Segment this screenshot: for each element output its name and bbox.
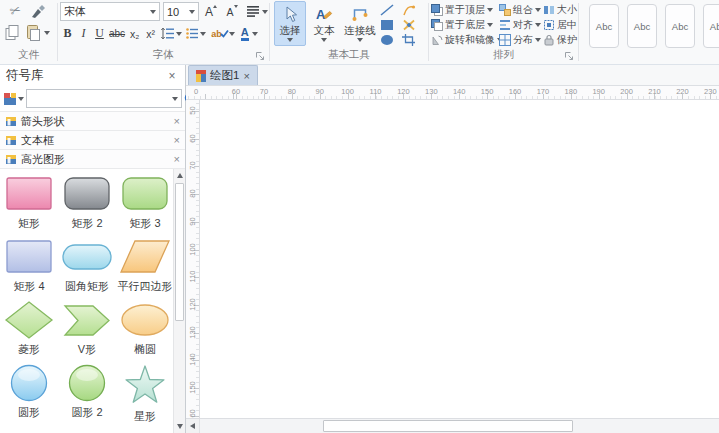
connector-tool-button[interactable]: 连接线	[340, 1, 380, 46]
section-close-button[interactable]: ×	[174, 153, 180, 165]
copy-button[interactable]	[2, 23, 22, 42]
h-ruler-label: 190	[592, 87, 605, 96]
arrange-button-align[interactable]: 对齐	[499, 17, 543, 32]
text-tool-button[interactable]: A 文本	[308, 1, 340, 46]
style-sample-button[interactable]: Abc	[703, 4, 719, 48]
panel-scrollbar[interactable]	[173, 169, 185, 433]
tab-close-button[interactable]: ×	[243, 70, 249, 82]
library-menu-button[interactable]	[3, 92, 24, 106]
arrange-button-protect[interactable]: 保护	[543, 32, 579, 47]
shape-item-parallelogram[interactable]: 平行四边形	[116, 238, 174, 301]
shape-item-circle[interactable]: 圆形	[0, 364, 58, 427]
scroll-left-button[interactable]	[186, 419, 200, 433]
curve-tool-button[interactable]	[398, 2, 420, 17]
shrink-font-button[interactable]: A	[223, 2, 241, 21]
send-to-back-icon	[431, 19, 443, 31]
ribbon-group-basic-tools: 选择 A 文本	[270, 0, 428, 64]
pencil-tool-button[interactable]	[398, 17, 420, 32]
shape-label: 圆形 2	[71, 405, 102, 420]
down-arrow-icon	[177, 424, 183, 429]
search-input[interactable]	[30, 93, 172, 105]
shape-item-chevron[interactable]: V形	[58, 301, 116, 364]
h-ruler-label: 180	[565, 87, 578, 96]
text-dropdown-arrow	[321, 38, 327, 42]
tab-drawing1[interactable]: 绘图1 ×	[188, 65, 258, 85]
horizontal-scrollbar[interactable]	[186, 418, 719, 433]
subscript-button[interactable]: x₂	[127, 24, 142, 43]
font-color-button[interactable]: A	[238, 24, 260, 43]
v-ruler-label: 70	[188, 157, 197, 175]
panel-search-row	[0, 86, 185, 111]
line-spacing-dropdown-arrow	[176, 32, 182, 36]
cut-button[interactable]: ✂	[5, 1, 25, 20]
arrange-button-size[interactable]: 大小	[543, 2, 579, 17]
panel-close-button[interactable]: ×	[165, 69, 179, 83]
section-arrow-shapes[interactable]: 箭头形状 ×	[0, 111, 185, 130]
arrange-button-center[interactable]: 居中	[543, 17, 579, 32]
arrange-button-bring-to-front[interactable]: 置于顶层	[431, 2, 499, 17]
font-size-combobox[interactable]: 10	[163, 2, 199, 21]
shape-item-cloud-partial[interactable]	[116, 427, 174, 433]
arrange-button-distribute[interactable]: 分布	[499, 32, 543, 47]
arrange-group-body: 置于顶层组合大小置于底层对齐居中旋转和镜像分布保护	[429, 0, 578, 47]
shape-item-diamond[interactable]: 菱形	[0, 301, 58, 364]
arrange-dialog-launcher[interactable]	[564, 51, 575, 62]
copy-icon	[4, 24, 20, 41]
style-sample-button[interactable]: Abc	[665, 4, 695, 48]
shape-item-rect[interactable]: 矩形	[0, 175, 58, 238]
line-tool-button[interactable]	[376, 2, 398, 17]
crop-tool-button[interactable]	[398, 32, 420, 47]
rectangle-tool-button[interactable]	[376, 17, 398, 32]
shape-item-roundrect[interactable]: 矩形 2	[58, 175, 116, 238]
scroll-down-button[interactable]	[174, 420, 185, 433]
arrange-button-rotate-mirror[interactable]: 旋转和镜像	[431, 32, 499, 47]
dropdown-arrow	[535, 38, 541, 42]
section-label: 文本框	[21, 133, 54, 148]
shape-label: 平行四边形	[118, 279, 173, 294]
shape-item-roundsquare-partial[interactable]	[58, 427, 116, 433]
shape-item-rect[interactable]: 矩形 4	[0, 238, 58, 301]
text-align-button[interactable]	[244, 2, 270, 21]
size-icon	[543, 4, 555, 16]
section-close-button[interactable]: ×	[174, 134, 180, 146]
bold-button[interactable]: B	[60, 24, 75, 43]
arrange-button-group[interactable]: 组合	[499, 2, 543, 17]
dropdown-arrow	[535, 8, 541, 12]
vertical-ruler: 5060708090100110120130140150160	[186, 100, 200, 418]
italic-button[interactable]: I	[76, 24, 91, 43]
format-painter-button[interactable]	[28, 1, 48, 20]
style-sample-button[interactable]: Abc	[589, 4, 619, 48]
font-group-body: 宋体 10 A A	[58, 0, 269, 47]
shape-item-circle[interactable]: 圆形 2	[58, 364, 116, 427]
line-icon	[380, 4, 394, 16]
section-highlight-shapes[interactable]: 高光图形 ×	[0, 149, 185, 168]
panel-scrollbar-thumb[interactable]	[175, 183, 184, 321]
grow-font-button[interactable]: A	[202, 2, 220, 21]
bullet-list-button[interactable]	[184, 24, 208, 43]
font-dialog-launcher[interactable]	[255, 51, 266, 62]
strikethrough-button[interactable]: abc	[108, 24, 126, 43]
line-spacing-button[interactable]	[159, 24, 183, 43]
shape-item-star[interactable]: 星形	[116, 364, 174, 427]
underline-button[interactable]: U	[92, 24, 107, 43]
section-close-button[interactable]: ×	[174, 115, 180, 127]
superscript-button[interactable]: x²	[143, 24, 158, 43]
spell-check-button[interactable]: ab	[209, 24, 237, 43]
style-sample-button[interactable]: Abc	[627, 4, 657, 48]
select-tool-button[interactable]: 选择	[274, 1, 306, 46]
horizontal-scrollbar-thumb[interactable]	[323, 420, 573, 432]
shape-item-ellipse[interactable]: 椭圆	[116, 301, 174, 364]
font-name-dropdown-arrow	[150, 10, 156, 14]
shape-item-triangle-partial[interactable]	[0, 427, 58, 433]
grow-arrow-icon	[213, 5, 217, 8]
section-text-box[interactable]: 文本框 ×	[0, 130, 185, 149]
scroll-up-button[interactable]	[174, 169, 185, 182]
shape-item-pill[interactable]: 圆角矩形	[58, 238, 116, 301]
ellipse-tool-button[interactable]	[376, 32, 398, 47]
shape-item-roundrect[interactable]: 矩形 3	[116, 175, 174, 238]
arrange-button-send-to-back[interactable]: 置于底层	[431, 17, 499, 32]
paste-button[interactable]	[24, 23, 52, 42]
font-name-combobox[interactable]: 宋体	[60, 2, 160, 21]
dropdown-arrow	[535, 23, 541, 27]
drawing-canvas[interactable]	[200, 100, 719, 418]
